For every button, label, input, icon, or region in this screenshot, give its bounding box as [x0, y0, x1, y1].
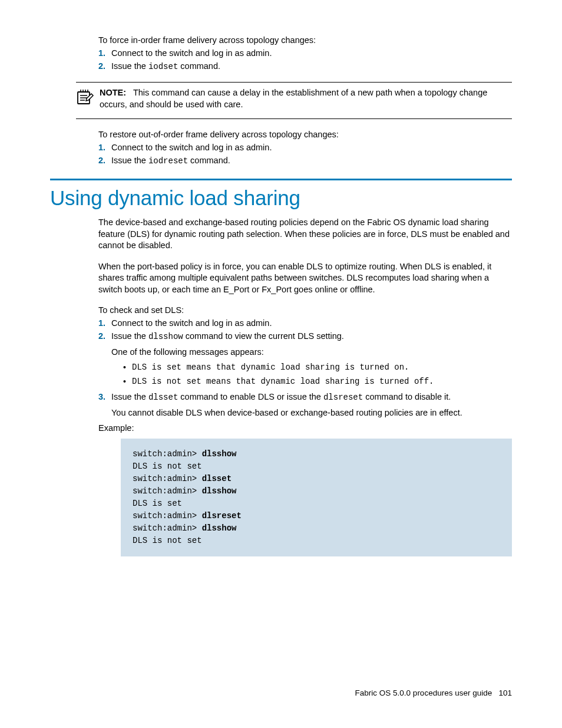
code-output: DLS is not set: [133, 535, 500, 547]
divider: [76, 82, 512, 83]
note-text: This command can cause a delay in the es…: [100, 88, 487, 109]
code-cmd: dlsshow: [202, 449, 237, 459]
command-text: iodset: [148, 62, 178, 71]
list-item: 1. Connect to the switch and log in as a…: [98, 143, 512, 152]
item-text: Connect to the switch and log in as admi…: [111, 143, 272, 152]
sublist: DLS is set means that dynamic load shari…: [123, 363, 512, 386]
page-number: 101: [498, 689, 512, 697]
item-text: Connect to the switch and log in as admi…: [111, 48, 272, 58]
item-text-prefix: Issue the: [111, 156, 148, 165]
code-prompt: switch:admin>: [133, 511, 202, 521]
item-number: 2.: [98, 61, 105, 71]
note-block: NOTE: This command can cause a delay in …: [50, 82, 512, 119]
dls-para2: When the port-based policy is in force, …: [98, 261, 512, 296]
list-item: 3. Issue the dlsset command to enable DL…: [98, 392, 512, 417]
item-number: 1.: [98, 318, 105, 328]
command-text: iodreset: [148, 156, 188, 166]
divider: [76, 118, 512, 119]
code-block: switch:admin> dlsshow DLS is not set swi…: [121, 439, 512, 556]
code-cmd: dlsset: [202, 474, 232, 483]
item-text-mid: command to enable DLS or issue the: [178, 392, 323, 401]
item-number: 1.: [98, 143, 105, 152]
heading-divider: [50, 179, 512, 180]
item3-after: You cannot disable DLS when device-based…: [111, 408, 512, 417]
dls-list: 1. Connect to the switch and log in as a…: [98, 318, 512, 417]
code-prompt: switch:admin>: [133, 486, 202, 496]
dls-para1: The device-based and exchange-based rout…: [98, 217, 512, 252]
code-output: DLS is not set: [133, 460, 500, 473]
note-label: NOTE:: [100, 88, 126, 97]
section-heading: Using dynamic load sharing: [50, 186, 512, 210]
item-number: 2.: [98, 331, 105, 341]
item-text-prefix: Issue the: [111, 331, 148, 341]
section1-intro: To force in-order frame delivery across …: [98, 35, 512, 45]
code-prompt: switch:admin>: [133, 474, 202, 483]
list-item: 2. Issue the iodset command.: [98, 61, 512, 71]
command-text: dlsset: [148, 393, 178, 402]
code-cmd: dlsshow: [202, 486, 237, 496]
item-number: 3.: [98, 392, 105, 401]
item-text-suffix: command to disable it.: [363, 392, 451, 401]
command-text: dlsreset: [323, 393, 363, 402]
sublist-item: DLS is not set means that dynamic load s…: [123, 377, 512, 386]
example-label: Example:: [98, 423, 512, 433]
list-item: 2. Issue the iodreset command.: [98, 156, 512, 166]
list-item: 2. Issue the dlsshow command to view the…: [98, 331, 512, 386]
item-text-suffix: command.: [188, 156, 230, 165]
code-cmd: dlsreset: [202, 511, 242, 521]
command-text: dlsshow: [148, 332, 183, 341]
item-number: 1.: [98, 48, 105, 58]
section2-list: 1. Connect to the switch and log in as a…: [98, 143, 512, 166]
dls-intro: To check and set DLS:: [98, 305, 512, 315]
code-output: DLS is set: [133, 498, 500, 510]
item-text-prefix: Issue the: [111, 61, 148, 71]
sublist-item: DLS is set means that dynamic load shari…: [123, 363, 512, 372]
note-icon: [76, 88, 95, 105]
code-prompt: switch:admin>: [133, 449, 202, 459]
item-text-suffix: command to view the current DLS setting.: [183, 331, 344, 341]
item2-after: One of the following messages appears:: [111, 347, 512, 357]
footer-title: Fabric OS 5.0.0 procedures user guide: [355, 689, 492, 697]
section1-list: 1. Connect to the switch and log in as a…: [98, 48, 512, 71]
page-footer: Fabric OS 5.0.0 procedures user guide 10…: [355, 689, 512, 697]
list-item: 1. Connect to the switch and log in as a…: [98, 48, 512, 58]
item-number: 2.: [98, 156, 105, 165]
list-item: 1. Connect to the switch and log in as a…: [98, 318, 512, 328]
section2-intro: To restore out-of-order frame delivery a…: [98, 130, 512, 139]
item-text: Connect to the switch and log in as admi…: [111, 318, 272, 328]
code-cmd: dlsshow: [202, 523, 237, 533]
code-prompt: switch:admin>: [133, 523, 202, 533]
item-text-suffix: command.: [178, 61, 220, 71]
item-text-prefix: Issue the: [111, 392, 148, 401]
